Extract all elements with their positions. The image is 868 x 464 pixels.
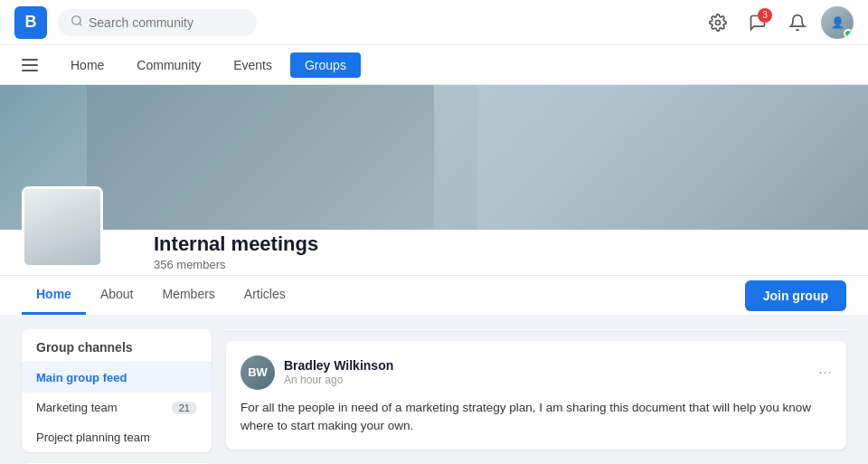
group-subnav: Home About Members Articles Join group (0, 275, 868, 315)
post-body: For all the people in need of a marketin… (241, 399, 832, 436)
tab-community[interactable]: Community (122, 52, 215, 78)
group-banner (0, 85, 868, 230)
group-header: Internal meetings 356 members Home About… (0, 230, 868, 315)
channel-main-feed[interactable]: Main group feed (22, 363, 212, 393)
post-author-avatar: BW (241, 355, 275, 390)
tab-home[interactable]: Home (56, 52, 118, 78)
search-bar[interactable] (58, 9, 257, 36)
brand-logo[interactable]: B (14, 6, 47, 39)
svg-point-2 (716, 20, 721, 24)
online-indicator (844, 29, 853, 38)
sidebar: Group channels Main group feed Marketing… (22, 329, 212, 450)
post-author-name: Bradley Wilkinson (284, 358, 393, 373)
group-tab-list: Home About Members Articles (22, 276, 300, 315)
post-header: BW Bradley Wilkinson An hour ago ··· (241, 355, 832, 390)
group-avatar-image (24, 189, 100, 265)
channel-badge-marketing: 21 (172, 402, 197, 414)
svg-point-0 (72, 15, 80, 24)
channel-planning[interactable]: Project planning team (22, 422, 212, 452)
banner-decoration-left (87, 85, 477, 230)
tab-events[interactable]: Events (219, 52, 287, 78)
group-tab-home[interactable]: Home (22, 276, 86, 315)
group-member-count: 356 members (154, 258, 846, 271)
group-title-block: Internal meetings 356 members (154, 232, 846, 275)
user-avatar[interactable]: 👤 (821, 6, 854, 39)
messages-button[interactable]: 3 (741, 6, 774, 39)
post-card: BW Bradley Wilkinson An hour ago ··· For… (226, 341, 846, 450)
group-tab-about[interactable]: About (86, 276, 148, 315)
notifications-button[interactable] (781, 6, 814, 39)
nav-icon-group: 3 👤 (702, 6, 854, 39)
hamburger-menu[interactable] (22, 59, 38, 71)
post-author-info: Bradley Wilkinson An hour ago (284, 358, 393, 386)
post-composer: Write something 🖼 Media 📎 File 📍 All loc… (226, 329, 846, 330)
channel-marketing[interactable]: Marketing team 21 (22, 393, 212, 422)
composer-top: Write something (226, 329, 846, 330)
join-group-button[interactable]: Join group (745, 280, 846, 311)
group-avatar (22, 186, 103, 268)
post-timestamp: An hour ago (284, 374, 393, 386)
main-nav-tabs: Home Community Events Groups (56, 52, 361, 78)
post-menu-button[interactable]: ··· (818, 363, 832, 382)
channels-title: Group channels (22, 329, 212, 363)
tab-groups[interactable]: Groups (290, 52, 361, 78)
messages-badge: 3 (758, 8, 772, 23)
group-tab-articles[interactable]: Articles (230, 276, 300, 315)
channels-card: Group channels Main group feed Marketing… (22, 329, 212, 452)
secondary-navigation: Home Community Events Groups (0, 45, 868, 85)
banner-decoration-right (434, 85, 868, 230)
top-navigation: B 3 👤 (0, 0, 868, 45)
feed: Write something 🖼 Media 📎 File 📍 All loc… (226, 329, 846, 450)
main-content: Group channels Main group feed Marketing… (0, 315, 868, 464)
search-input[interactable] (89, 15, 244, 30)
group-info-bar: Internal meetings 356 members (0, 230, 868, 275)
group-tab-members[interactable]: Members (148, 276, 230, 315)
group-name: Internal meetings (154, 232, 846, 256)
settings-button[interactable] (702, 6, 734, 39)
search-icon (71, 14, 83, 31)
svg-line-1 (80, 23, 82, 25)
